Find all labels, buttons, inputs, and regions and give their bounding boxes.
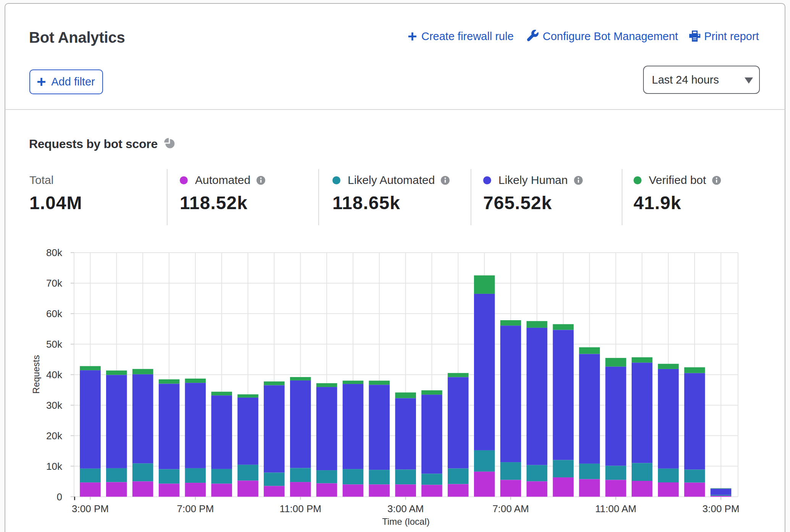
svg-text:7:00 PM: 7:00 PM: [177, 503, 214, 514]
svg-text:11:00 PM: 11:00 PM: [280, 503, 321, 514]
svg-text:Requests: Requests: [31, 355, 41, 393]
svg-text:10k: 10k: [46, 461, 63, 472]
svg-text:0: 0: [57, 491, 62, 503]
svg-text:20k: 20k: [46, 430, 63, 442]
svg-text:80k: 80k: [46, 247, 63, 258]
svg-text:70k: 70k: [46, 277, 63, 289]
svg-text:3:00 PM: 3:00 PM: [72, 503, 109, 514]
svg-text:Time (local): Time (local): [382, 516, 429, 527]
svg-text:40k: 40k: [46, 369, 63, 380]
svg-text:3:00 AM: 3:00 AM: [387, 503, 424, 514]
svg-text:3:00 PM: 3:00 PM: [702, 503, 739, 514]
svg-text:7:00 AM: 7:00 AM: [492, 503, 529, 514]
svg-text:11:00 AM: 11:00 AM: [595, 503, 637, 514]
svg-text:50k: 50k: [46, 339, 63, 350]
svg-text:30k: 30k: [46, 400, 63, 411]
svg-text:60k: 60k: [46, 308, 63, 319]
